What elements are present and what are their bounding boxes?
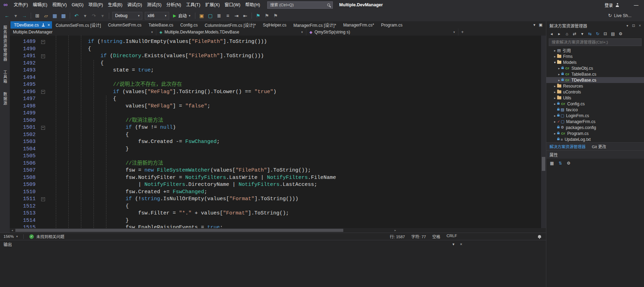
menu-item[interactable]: Git(G) bbox=[69, 1, 86, 9]
code-text[interactable]: if (fsw != null) bbox=[47, 124, 176, 131]
undo-icon[interactable]: ↶ bbox=[72, 12, 81, 20]
line-number[interactable]: 1502 bbox=[10, 131, 38, 139]
line-number[interactable]: 1493 bbox=[10, 67, 38, 74]
categorized-icon[interactable]: ▦ bbox=[548, 160, 555, 167]
scrollbar-thumb[interactable] bbox=[15, 229, 343, 232]
code-text[interactable]: fsw.Filter = "*." + values["Format"].ToS… bbox=[47, 210, 289, 217]
code-text[interactable]: { bbox=[47, 131, 129, 139]
line-number[interactable]: 1509 bbox=[10, 181, 38, 189]
fold-toggle-icon[interactable]: − bbox=[41, 90, 45, 94]
prev-bookmark-icon[interactable]: ⚑ bbox=[263, 12, 271, 20]
redo-icon[interactable]: ↷ bbox=[90, 12, 98, 20]
code-health-indicator[interactable]: ✓ 未找到相关问题 bbox=[29, 234, 65, 239]
code-text[interactable]: } bbox=[47, 217, 129, 225]
menu-item[interactable]: 文件(F) bbox=[11, 1, 30, 9]
tree-item[interactable]: ▸Utils bbox=[546, 95, 644, 101]
zoom-dropdown[interactable]: 156% ▾ bbox=[3, 234, 18, 239]
line-number[interactable]: 1500 bbox=[10, 117, 38, 124]
code-line[interactable]: 1510 fsw.Created += FswChanged; bbox=[10, 189, 546, 196]
tree-item[interactable]: ▸C#Config.cs bbox=[546, 101, 644, 107]
line-number[interactable]: 1504 bbox=[10, 146, 38, 153]
line-number[interactable]: 1496 bbox=[10, 89, 38, 96]
line-number[interactable]: 1507 bbox=[10, 167, 38, 174]
line-indicator[interactable]: 行: 1587 bbox=[390, 234, 405, 239]
new-file-icon[interactable]: ⊞ bbox=[33, 12, 42, 20]
output-dropdown-icon[interactable]: ▾ bbox=[452, 242, 455, 247]
code-line[interactable]: 1507 fsw = new FileSystemWatcher(values[… bbox=[10, 167, 546, 174]
alphabetical-icon[interactable]: ⇅ bbox=[557, 160, 564, 167]
notifications-bell-icon[interactable] bbox=[538, 235, 541, 238]
line-number[interactable]: 1492 bbox=[10, 60, 38, 67]
tree-item[interactable]: ▸✓▢ManagerFrm.cs bbox=[546, 119, 644, 124]
code-text[interactable] bbox=[47, 74, 50, 82]
editor-tab[interactable]: SqlHelper.cs bbox=[260, 21, 290, 29]
code-line[interactable]: 1493 state = true; bbox=[10, 67, 546, 74]
expander-icon[interactable]: ▸ bbox=[557, 67, 561, 70]
close-window-icon[interactable]: × bbox=[639, 24, 641, 28]
line-number[interactable]: 1491 bbox=[10, 53, 38, 60]
code-line[interactable]: 1498 values["ReFlag"] = "false"; bbox=[10, 103, 546, 110]
editor-tab[interactable]: Program.cs bbox=[377, 21, 406, 29]
fold-toggle-icon[interactable]: − bbox=[41, 197, 45, 201]
line-number[interactable]: 1503 bbox=[10, 138, 38, 146]
tree-item[interactable]: ▸C#StateObj.cs bbox=[546, 65, 644, 71]
line-number[interactable]: 1506 bbox=[10, 160, 38, 167]
expander-icon[interactable]: ▸ bbox=[553, 96, 557, 100]
code-text[interactable] bbox=[47, 153, 50, 160]
quick-search-box[interactable] bbox=[267, 1, 333, 9]
code-line[interactable]: 1505 bbox=[10, 153, 546, 160]
start-debugging-button[interactable]: ▶ 启动 ▾ bbox=[171, 12, 193, 20]
tree-item[interactable]: ▸C#TableBase.cs bbox=[546, 71, 644, 77]
switch-views-icon[interactable]: ⇄ bbox=[571, 30, 578, 37]
expander-icon[interactable]: ▸ bbox=[553, 90, 557, 94]
line-number[interactable]: 1513 bbox=[10, 210, 38, 217]
code-line[interactable]: 1495 //说明上次不存在，此次存在 bbox=[10, 81, 546, 89]
property-pages-icon[interactable]: ⚙ bbox=[565, 160, 572, 167]
redo-caret-icon[interactable]: ▾ bbox=[98, 12, 107, 20]
save-icon[interactable]: ▦ bbox=[51, 12, 59, 20]
nav-back-caret-icon[interactable]: ▾ bbox=[12, 12, 20, 20]
code-line[interactable]: 1490 { bbox=[10, 46, 546, 53]
code-text[interactable]: state = true; bbox=[47, 67, 154, 74]
parameter-info-icon[interactable]: ≡ bbox=[224, 12, 232, 20]
menu-item[interactable]: 视图(V) bbox=[50, 1, 69, 9]
code-text[interactable]: { bbox=[47, 203, 129, 210]
code-editor[interactable]: 1489− if (!string.IsNullOrEmpty(values["… bbox=[10, 36, 546, 228]
menu-item[interactable]: 窗口(W) bbox=[222, 1, 243, 9]
expander-icon[interactable]: ▸ bbox=[553, 114, 557, 118]
minimize-button[interactable]: — bbox=[631, 2, 641, 8]
close-icon[interactable]: × bbox=[47, 23, 50, 28]
window-layout-icon[interactable]: ▣ bbox=[539, 23, 542, 27]
indentation-indicator[interactable]: 空格 bbox=[432, 234, 440, 239]
line-number[interactable]: 1510 bbox=[10, 189, 38, 196]
expander-icon[interactable]: ▸ bbox=[557, 73, 561, 76]
output-panel-title[interactable]: 输出 bbox=[3, 241, 12, 247]
tree-item[interactable]: ▸Resources bbox=[546, 83, 644, 89]
code-line[interactable]: 1494 bbox=[10, 74, 546, 82]
refresh-icon[interactable]: ↻ bbox=[594, 30, 601, 37]
sign-in-button[interactable]: 登录 bbox=[605, 2, 619, 8]
outdent-icon[interactable]: ⇤ bbox=[241, 12, 249, 20]
code-line[interactable]: 1501− if (fsw != null) bbox=[10, 124, 546, 131]
line-number[interactable]: 1511 bbox=[10, 196, 38, 203]
code-line[interactable]: 1512 { bbox=[10, 203, 546, 210]
output-close-icon[interactable]: × bbox=[460, 242, 462, 247]
tree-item[interactable]: ▸C#Program.cs bbox=[546, 130, 644, 136]
code-line[interactable]: 1509 | NotifyFilters.DirectoryName | Not… bbox=[10, 181, 546, 189]
vertical-scrollbar[interactable] bbox=[541, 36, 546, 228]
forward-icon[interactable]: ▸ bbox=[556, 30, 563, 37]
solution-configuration-dropdown[interactable]: Debug ▾ bbox=[112, 12, 142, 20]
code-text[interactable]: | NotifyFilters.DirectoryName | NotifyFi… bbox=[47, 181, 317, 189]
nav-forward-icon[interactable]: → bbox=[20, 12, 29, 20]
menu-item[interactable]: 生成(B) bbox=[105, 1, 125, 9]
open-file-icon[interactable]: ▱ bbox=[42, 12, 50, 20]
nav-back-icon[interactable]: ← bbox=[3, 12, 11, 20]
menu-item[interactable]: 编辑(E) bbox=[30, 1, 50, 9]
line-number[interactable]: 1501 bbox=[10, 124, 38, 131]
code-line[interactable]: 1504 } bbox=[10, 146, 546, 153]
code-line[interactable]: 1503 fsw.Created -= FswChanged; bbox=[10, 138, 546, 146]
menu-item[interactable]: 分析(N) bbox=[164, 1, 184, 9]
solution-search-input[interactable] bbox=[552, 40, 639, 44]
member-dropdown[interactable]: ◆ QmyStrSp(string s) ▾ bbox=[306, 29, 458, 36]
indent-icon[interactable]: ⇥ bbox=[232, 12, 241, 20]
